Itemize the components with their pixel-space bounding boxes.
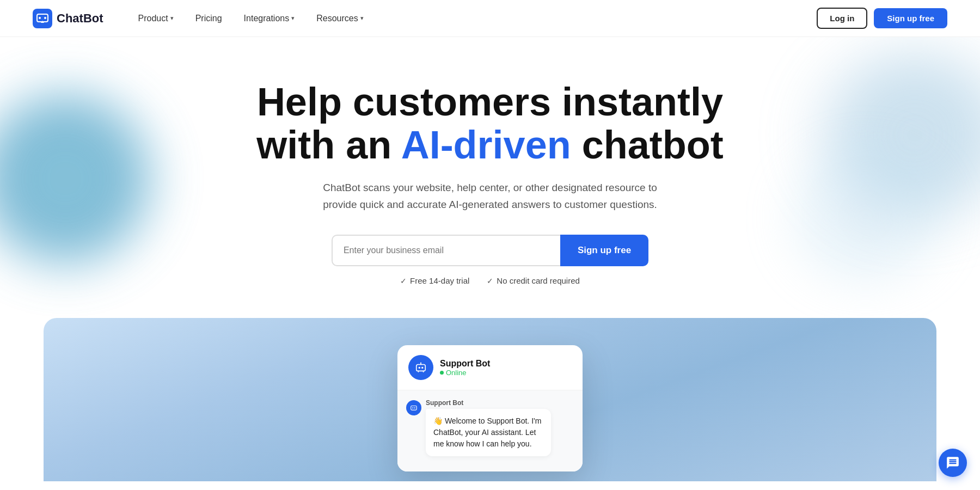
- logo-text: ChatBot: [57, 11, 103, 26]
- nav-item-pricing[interactable]: Pricing: [187, 9, 231, 28]
- logo-icon: [33, 9, 52, 28]
- bot-avatar-icon: [415, 362, 427, 373]
- svg-point-5: [419, 367, 420, 369]
- nav-actions: Log in Sign up free: [817, 8, 947, 29]
- email-form: Sign up free: [11, 235, 969, 266]
- trust-badges: ✓ Free 14-day trial ✓ No credit card req…: [11, 276, 969, 285]
- bot-name: Support Bot: [440, 359, 490, 369]
- chat-bot-svg-icon: [410, 404, 418, 412]
- chat-bubble: 👋 Welcome to Support Bot. I'm ChatBot, y…: [426, 409, 551, 456]
- hero-headline: Help customers instantly with an AI-driv…: [245, 81, 735, 167]
- svg-rect-8: [411, 406, 417, 411]
- check-icon-no-card: ✓: [487, 277, 493, 285]
- resources-chevron-icon: ▾: [360, 15, 364, 22]
- trust-badge-trial: ✓ Free 14-day trial: [400, 276, 469, 285]
- svg-point-9: [412, 407, 413, 408]
- chat-bot-avatar-icon: [406, 400, 421, 415]
- logo[interactable]: ChatBot: [33, 9, 103, 28]
- demo-section: Support Bot Online Support Bot: [44, 318, 936, 481]
- chat-body: Support Bot 👋 Welcome to Support Bot. I'…: [397, 390, 583, 471]
- check-icon-trial: ✓: [400, 277, 407, 285]
- email-input[interactable]: [332, 235, 560, 266]
- bot-status: Online: [440, 369, 490, 377]
- floating-chat-icon: [946, 456, 960, 470]
- svg-point-6: [421, 367, 423, 369]
- svg-rect-4: [416, 365, 426, 371]
- svg-point-3: [44, 17, 46, 19]
- svg-point-10: [414, 407, 415, 408]
- integrations-chevron-icon: ▾: [291, 15, 295, 22]
- nav-item-product[interactable]: Product ▾: [130, 9, 182, 28]
- chat-message-row: Support Bot 👋 Welcome to Support Bot. I'…: [406, 399, 574, 456]
- hero-content: Help customers instantly with an AI-driv…: [11, 81, 969, 285]
- chat-sender-label: Support Bot: [426, 399, 551, 407]
- svg-point-2: [39, 17, 41, 19]
- navbar: ChatBot Product ▾ Pricing Integrations ▾…: [0, 0, 980, 37]
- product-chevron-icon: ▾: [170, 15, 174, 22]
- nav-signup-button[interactable]: Sign up free: [874, 8, 947, 28]
- bot-avatar: [408, 355, 433, 380]
- trust-badge-no-card: ✓ No credit card required: [487, 276, 580, 285]
- chat-card: Support Bot Online Support Bot: [397, 345, 583, 471]
- hero-subtext: ChatBot scans your website, help center,…: [321, 180, 659, 213]
- nav-item-resources[interactable]: Resources ▾: [308, 9, 372, 28]
- nav-item-integrations[interactable]: Integrations ▾: [235, 9, 304, 28]
- bot-info: Support Bot Online: [440, 359, 490, 377]
- svg-point-7: [420, 363, 421, 364]
- nav-links: Product ▾ Pricing Integrations ▾ Resourc…: [130, 9, 817, 28]
- hero-signup-button[interactable]: Sign up free: [560, 235, 648, 266]
- hero-section: Help customers instantly with an AI-driv…: [0, 37, 980, 318]
- floating-chat-button[interactable]: [939, 449, 967, 477]
- status-dot-icon: [440, 371, 444, 375]
- chat-message-content: Support Bot 👋 Welcome to Support Bot. I'…: [426, 399, 551, 456]
- login-button[interactable]: Log in: [817, 8, 867, 29]
- chat-card-header: Support Bot Online: [397, 345, 583, 390]
- svg-rect-0: [33, 9, 52, 28]
